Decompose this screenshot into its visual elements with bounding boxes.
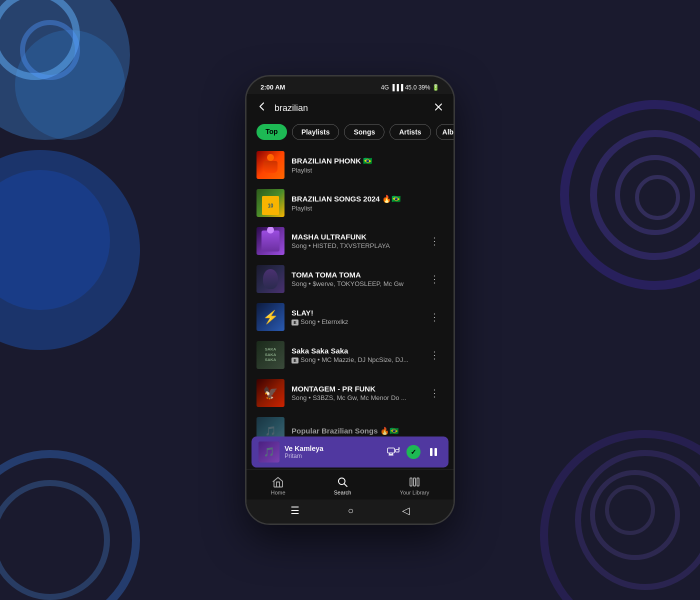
now-playing-artist: Pritam — [284, 452, 380, 460]
filter-tab-songs[interactable]: Songs — [344, 124, 384, 140]
nav-home[interactable]: Home — [260, 474, 295, 498]
svg-rect-2 — [388, 454, 394, 456]
filter-tab-albums[interactable]: Albu — [436, 124, 454, 140]
system-nav: ☰ ○ ◁ — [246, 500, 454, 524]
result-subtitle-montagem: Song • S3BZS, Mc Gw, Mc Menor Do ... — [292, 394, 418, 402]
result-item-phonk[interactable]: BRAZILIAN PHONK 🇧🇷 Playlist — [246, 146, 454, 184]
search-header: brazilian — [246, 94, 454, 120]
now-playing-info: Ve Kamleya Pritam — [284, 444, 380, 460]
results-list: BRAZILIAN PHONK 🇧🇷 Playlist 10 BRAZILIAN… — [246, 146, 454, 436]
artwork-songs2024: 10 — [256, 189, 284, 217]
svg-rect-7 — [434, 448, 437, 456]
status-time: 2:00 AM — [260, 84, 285, 91]
artwork-slay: ⚡ — [256, 303, 284, 331]
filter-tabs: Top Playlists Songs Artists Albu — [246, 120, 454, 146]
svg-rect-0 — [388, 448, 394, 453]
more-options-toma[interactable]: ⋮ — [426, 271, 444, 287]
result-title-masha: MASHA ULTRAFUNK — [292, 232, 418, 241]
result-item-saka[interactable]: SAKASAKASAKA Saka Saka Saka ESong • MC M… — [246, 336, 454, 374]
explicit-badge-saka: E — [292, 358, 298, 364]
result-info-saka: Saka Saka Saka ESong • MC Mazzie, DJ Npc… — [292, 346, 418, 364]
now-playing-artwork: 🎵 — [258, 442, 280, 462]
nav-search-label: Search — [334, 490, 352, 496]
back-button[interactable] — [256, 101, 268, 115]
svg-rect-6 — [430, 448, 432, 456]
more-options-montagem[interactable]: ⋮ — [426, 385, 444, 401]
nav-home-label: Home — [270, 490, 285, 496]
svg-rect-1 — [390, 453, 392, 454]
app-content: brazilian Top Playlists Songs Artists — [246, 94, 454, 524]
status-bar: 2:00 AM 4G ▐▐▐ 45.0 39% 🔋 — [246, 76, 454, 94]
pause-button[interactable] — [426, 444, 442, 460]
result-item-songs2024[interactable]: 10 BRAZILIAN SONGS 2024 🔥🇧🇷 Playlist — [246, 184, 454, 222]
system-back-button[interactable]: ◁ — [402, 504, 410, 516]
more-options-slay[interactable]: ⋮ — [426, 309, 444, 325]
result-title-phonk: BRAZILIAN PHONK 🇧🇷 — [292, 156, 444, 166]
filter-tab-playlists[interactable]: Playlists — [292, 124, 340, 140]
result-info-songs2024: BRAZILIAN SONGS 2024 🔥🇧🇷 Playlist — [292, 194, 444, 212]
result-info-masha: MASHA ULTRAFUNK Song • HISTED, TXVSTERPL… — [292, 232, 418, 250]
status-icons: 4G ▐▐▐ 45.0 39% 🔋 — [381, 84, 440, 91]
result-info-popular: Popular Brazilian Songs 🔥🇧🇷 — [292, 426, 444, 436]
svg-rect-9 — [410, 478, 412, 486]
bottom-nav: Home Search Your Library — [246, 470, 454, 500]
more-options-saka[interactable]: ⋮ — [426, 347, 444, 363]
artwork-masha — [256, 227, 284, 255]
nav-library[interactable]: Your Library — [390, 474, 440, 498]
search-query[interactable]: brazilian — [274, 103, 426, 114]
svg-point-5 — [398, 448, 400, 449]
more-options-masha[interactable]: ⋮ — [426, 233, 444, 249]
result-title-toma: TOMA TOMA TOMA — [292, 270, 418, 279]
system-menu-button[interactable]: ☰ — [290, 504, 300, 516]
result-subtitle-slay: ESong • Eternxlkz — [292, 318, 418, 326]
result-title-songs2024: BRAZILIAN SONGS 2024 🔥🇧🇷 — [292, 194, 444, 204]
connect-device-button[interactable] — [386, 444, 402, 460]
result-title-saka: Saka Saka Saka — [292, 346, 418, 355]
battery-indicator: 4G ▐▐▐ 45.0 39% 🔋 — [381, 84, 440, 91]
artwork-montagem: 🦅 — [256, 379, 284, 407]
svg-rect-3 — [396, 450, 399, 452]
artwork-saka: SAKASAKASAKA — [256, 341, 284, 369]
liked-button[interactable]: ✓ — [406, 445, 420, 459]
nav-library-label: Your Library — [400, 490, 430, 496]
result-subtitle-masha: Song • HISTED, TXVSTERPLAYA — [292, 242, 418, 250]
phone-frame: 2:00 AM 4G ▐▐▐ 45.0 39% 🔋 brazilian — [245, 75, 455, 525]
explicit-badge-slay: E — [292, 320, 298, 326]
artwork-phonk — [256, 151, 284, 179]
result-subtitle-phonk: Playlist — [292, 166, 444, 174]
svg-rect-10 — [414, 478, 416, 486]
result-item-slay[interactable]: ⚡ SLAY! ESong • Eternxlkz ⋮ — [246, 298, 454, 336]
result-item-montagem[interactable]: 🦅 MONTAGEM - PR FUNK Song • S3BZS, Mc Gw… — [246, 374, 454, 412]
result-item-popular[interactable]: 🎵 Popular Brazilian Songs 🔥🇧🇷 — [246, 412, 454, 436]
svg-rect-11 — [417, 478, 419, 486]
artwork-popular: 🎵 — [256, 417, 284, 436]
result-info-slay: SLAY! ESong • Eternxlkz — [292, 308, 418, 326]
filter-tab-artists[interactable]: Artists — [390, 124, 430, 140]
system-home-button[interactable]: ○ — [348, 505, 354, 516]
result-info-phonk: BRAZILIAN PHONK 🇧🇷 Playlist — [292, 156, 444, 174]
jersey-art: 10 — [262, 196, 279, 215]
close-search-button[interactable] — [434, 102, 444, 114]
result-item-masha[interactable]: MASHA ULTRAFUNK Song • HISTED, TXVSTERPL… — [246, 222, 454, 260]
result-subtitle-saka: ESong • MC Mazzie, DJ NpcSize, DJ... — [292, 356, 418, 364]
now-playing-title: Ve Kamleya — [284, 444, 380, 452]
result-info-toma: TOMA TOMA TOMA Song • $werve, TOKYOSLEEP… — [292, 270, 418, 288]
filter-tab-top[interactable]: Top — [256, 124, 287, 140]
result-item-toma[interactable]: TOMA TOMA TOMA Song • $werve, TOKYOSLEEP… — [246, 260, 454, 298]
nav-search[interactable]: Search — [324, 474, 362, 498]
result-subtitle-toma: Song • $werve, TOKYOSLEEP, Mc Gw — [292, 280, 418, 288]
artwork-toma — [256, 265, 284, 293]
result-title-slay: SLAY! — [292, 308, 418, 317]
result-title-popular: Popular Brazilian Songs 🔥🇧🇷 — [292, 426, 444, 436]
now-playing-bar[interactable]: 🎵 Ve Kamleya Pritam ✓ — [252, 436, 448, 468]
result-title-montagem: MONTAGEM - PR FUNK — [292, 384, 418, 393]
result-info-montagem: MONTAGEM - PR FUNK Song • S3BZS, Mc Gw, … — [292, 384, 418, 402]
result-subtitle-songs2024: Playlist — [292, 204, 444, 212]
now-playing-controls: ✓ — [386, 444, 442, 460]
